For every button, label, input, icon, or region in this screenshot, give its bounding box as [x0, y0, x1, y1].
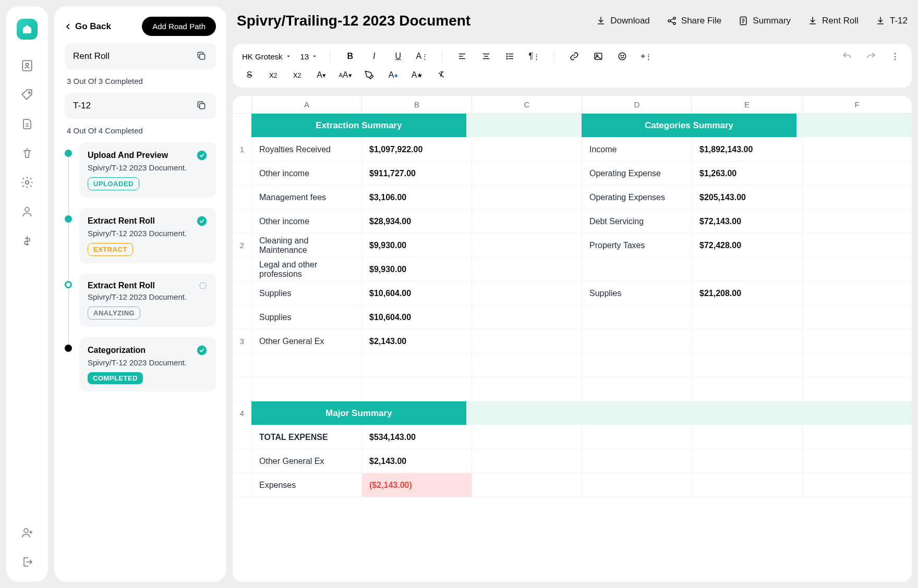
copy-icon[interactable]	[196, 100, 208, 112]
cell[interactable]: Other income	[251, 210, 361, 233]
logout-icon[interactable]	[20, 555, 34, 569]
col-header[interactable]: F	[802, 96, 912, 113]
link-icon[interactable]	[567, 49, 582, 64]
cell[interactable]	[692, 377, 802, 401]
cell[interactable]	[582, 258, 692, 281]
cell[interactable]: $1,263.00	[692, 162, 802, 185]
cell[interactable]	[582, 305, 692, 329]
cell[interactable]: Cleaning and Maintenance	[251, 234, 361, 257]
cell[interactable]: $911,727.00	[361, 162, 472, 185]
cell[interactable]	[582, 425, 692, 449]
font-case-icon[interactable]: A▾	[314, 68, 329, 82]
font-size-select[interactable]: 13	[300, 52, 318, 61]
share-button[interactable]: Share File	[667, 16, 721, 26]
cell[interactable]: Management fees	[251, 186, 361, 209]
col-header[interactable]: B	[361, 96, 472, 113]
cell[interactable]	[802, 281, 912, 305]
section-t12[interactable]: T-12	[65, 93, 216, 119]
cell[interactable]	[472, 473, 582, 497]
more-icon[interactable]: ⋮	[888, 49, 902, 64]
cell[interactable]: $2,143.00	[361, 449, 472, 473]
cell[interactable]: $1,892,143.00	[692, 138, 802, 161]
gear-icon[interactable]	[20, 175, 34, 190]
cell[interactable]	[692, 425, 802, 449]
highlight-icon[interactable]	[362, 68, 377, 82]
cell[interactable]: $205,143.00	[692, 186, 802, 209]
step-item[interactable]: Categorization Spivry/T-12 2023 Document…	[65, 337, 216, 402]
cell[interactable]: $72,143.00	[692, 210, 802, 233]
cell[interactable]	[802, 210, 912, 233]
cell[interactable]: $72,428.00	[692, 234, 802, 257]
app-logo[interactable]	[17, 19, 38, 40]
cell[interactable]: $21,208.00	[692, 281, 802, 305]
add-user-icon[interactable]	[20, 525, 34, 540]
cell[interactable]	[802, 473, 912, 497]
cell[interactable]: $10,604.00	[361, 281, 472, 305]
subscript-icon[interactable]: x2	[266, 68, 281, 82]
cell[interactable]	[802, 329, 912, 353]
cell[interactable]	[802, 258, 912, 281]
trash-icon[interactable]	[20, 146, 34, 161]
cell[interactable]: Expenses	[251, 473, 361, 497]
cell[interactable]	[472, 305, 582, 329]
cell[interactable]: Other General Ex	[251, 329, 361, 353]
cell[interactable]	[472, 329, 582, 353]
add-road-path-button[interactable]: Add Road Path	[142, 17, 216, 36]
cell[interactable]	[692, 473, 802, 497]
cell[interactable]	[802, 138, 912, 161]
superscript-icon[interactable]: x2	[290, 68, 305, 82]
text-bg-icon[interactable]: A★	[410, 68, 425, 82]
go-back-button[interactable]: Go Back	[65, 21, 111, 32]
cell[interactable]	[692, 258, 802, 281]
cell[interactable]: Other income	[251, 162, 361, 185]
font-size-icon[interactable]: AA▾	[338, 68, 353, 82]
cell[interactable]	[802, 449, 912, 473]
cell[interactable]	[692, 305, 802, 329]
cell[interactable]	[466, 114, 582, 137]
clear-format-icon[interactable]	[434, 68, 449, 82]
italic-icon[interactable]: I	[367, 49, 381, 64]
paragraph-icon[interactable]: ¶⋮	[527, 49, 541, 64]
cell[interactable]	[472, 281, 582, 305]
col-header[interactable]: D	[582, 96, 692, 113]
cell[interactable]: $9,930.00	[361, 234, 472, 257]
cell[interactable]: Operating Expense	[582, 162, 692, 185]
cell[interactable]	[582, 473, 692, 497]
cell[interactable]	[361, 377, 472, 401]
cell[interactable]	[472, 258, 582, 281]
cell[interactable]: Income	[582, 138, 692, 161]
cell[interactable]: Legal and other professions	[251, 258, 361, 281]
cell[interactable]	[802, 305, 912, 329]
cell[interactable]: Debt Servicing	[582, 210, 692, 233]
cell[interactable]	[472, 162, 582, 185]
cell[interactable]	[802, 425, 912, 449]
col-header[interactable]: A	[251, 96, 361, 113]
cell[interactable]	[802, 162, 912, 185]
align-center-icon[interactable]	[479, 49, 493, 64]
bold-icon[interactable]: B	[343, 49, 357, 64]
cell[interactable]: Royalties Received	[251, 138, 361, 161]
cell[interactable]	[472, 449, 582, 473]
cell[interactable]: $10,604.00	[361, 305, 472, 329]
cell[interactable]	[466, 401, 582, 425]
cell[interactable]: $1,097,922.00	[361, 138, 472, 161]
underline-icon[interactable]: U	[391, 49, 405, 64]
cell[interactable]	[802, 353, 912, 377]
cell[interactable]	[802, 377, 912, 401]
t12-button[interactable]: T-12	[875, 16, 908, 26]
section-rent-roll[interactable]: Rent Roll	[65, 43, 216, 69]
cell[interactable]: ($2,143.00)	[361, 473, 472, 497]
cell[interactable]: Supplies	[582, 281, 692, 305]
cell[interactable]: $3,106.00	[361, 186, 472, 209]
contacts-icon[interactable]	[20, 58, 34, 73]
align-left-icon[interactable]	[455, 49, 469, 64]
cell[interactable]	[582, 449, 692, 473]
cell[interactable]	[582, 401, 797, 425]
cell[interactable]: Supplies	[251, 305, 361, 329]
cell[interactable]	[251, 353, 361, 377]
download-button[interactable]: Download	[596, 16, 650, 26]
cell[interactable]: TOTAL EXPENSE	[251, 425, 361, 449]
text-style-icon[interactable]: A⋮	[415, 49, 429, 64]
cell[interactable]	[472, 138, 582, 161]
copy-icon[interactable]	[196, 51, 208, 62]
